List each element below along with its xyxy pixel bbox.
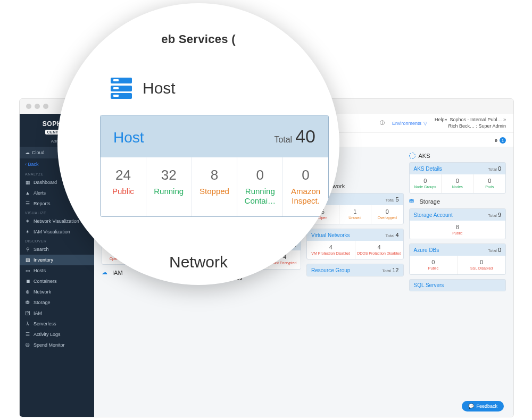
panel-header-aks: AKS xyxy=(409,153,506,159)
zoom-stat-val: 0 xyxy=(240,167,279,183)
stat-label: Nodes xyxy=(443,185,472,189)
host-icon xyxy=(111,78,132,99)
stat-val: 0 xyxy=(411,259,456,265)
card-total: 0 xyxy=(498,165,501,172)
panel-title: IAM xyxy=(112,270,123,276)
container-icon: ⏹ xyxy=(25,279,30,284)
nav-item-label: Inventory xyxy=(34,257,53,263)
iam-viz-icon: ✶ xyxy=(25,229,30,234)
nav-item-label: Network Visualization xyxy=(34,219,79,224)
nav-item-label: Storage xyxy=(34,300,51,305)
filter-icon: ▽ xyxy=(423,121,427,126)
card-aks-details[interactable]: AKS DetailsTotal0 0Node Groups 0Nodes 0P… xyxy=(409,162,506,193)
iam-icon: ☁ xyxy=(102,269,109,276)
tab-badge: 1 xyxy=(500,137,506,144)
feedback-label: Feedback xyxy=(476,404,497,409)
nav-section-discover: DISCOVER xyxy=(20,237,94,244)
card-total: 9 xyxy=(498,212,501,218)
nav-item-label: Hosts xyxy=(34,268,46,273)
card-title: SQL Servers xyxy=(414,282,444,288)
card-title: Virtual Networks xyxy=(311,232,350,238)
zoom-card-title: Host xyxy=(113,129,144,146)
nav-item-label: Reports xyxy=(34,201,51,206)
lambda-icon: λ xyxy=(25,321,30,326)
card-azure-dbs[interactable]: Azure DBsTotal0 0Public 0SSL Disabled xyxy=(409,243,506,274)
nav-search[interactable]: ⚲Search xyxy=(20,244,94,255)
stat-label: VM Protection Disabled xyxy=(308,251,354,256)
zoom-total-label: Total xyxy=(274,135,292,144)
zoom-stat-label: Running xyxy=(149,187,188,196)
nav-item-label: Network xyxy=(34,289,51,295)
stat-label: Public xyxy=(411,266,456,271)
nav-item-label: Alerts xyxy=(34,190,46,196)
nav-item-label: Serverless xyxy=(34,321,56,326)
stat-val: 0 xyxy=(411,178,440,184)
card-total: 4 xyxy=(395,232,398,238)
card-resource-group[interactable]: Resource GroupTotal12 xyxy=(306,264,404,276)
zoom-total-value: 40 xyxy=(295,126,315,146)
info-icon[interactable]: ⓘ xyxy=(380,120,385,127)
storage-icon: ⛃ xyxy=(25,300,30,305)
nav-iam-viz[interactable]: ✶IAM Visualization xyxy=(20,226,94,237)
nav-containers[interactable]: ⏹Containers xyxy=(20,276,94,287)
cloud-label: Cloud xyxy=(32,150,45,155)
nav-network[interactable]: ⊕Network xyxy=(20,287,94,297)
stat-label: Public xyxy=(411,231,505,236)
environments-dropdown[interactable]: Environments ▽ xyxy=(392,121,427,126)
nav-item-label: IAM Visualization xyxy=(34,229,70,234)
stat-val: 4 xyxy=(308,244,354,250)
stat-label: Node Groups xyxy=(411,185,440,189)
panel-storage-aks: AKS AKS DetailsTotal0 0Node Groups 0Node… xyxy=(409,153,506,411)
tab-suffix: e xyxy=(495,138,497,143)
panel-title: Storage xyxy=(420,198,440,205)
nav-activity-logs[interactable]: ☰Activity Logs xyxy=(20,329,94,340)
card-total: 0 xyxy=(498,247,501,253)
panel-title: AKS xyxy=(419,153,430,159)
org-label: Sophos - Internal Publ… » xyxy=(450,117,506,122)
cloud-icon: ☁ xyxy=(25,150,30,155)
logs-icon: ☰ xyxy=(25,332,30,337)
env-label: Environments xyxy=(392,121,421,126)
alert-icon: ▲ xyxy=(25,190,30,196)
zoom-host-card[interactable]: Host Total40 24Public 32Running 8Stopped… xyxy=(100,115,329,217)
card-title: Storage Account xyxy=(414,212,453,218)
storage-icon: ⛃ xyxy=(409,198,417,205)
nav-serverless[interactable]: λServerless xyxy=(20,318,94,329)
zoom-stat-label: Running Contai… xyxy=(240,187,279,206)
card-title: Azure DBs xyxy=(414,247,439,253)
feedback-button[interactable]: 💬 Feedback xyxy=(462,401,504,411)
nav-inventory[interactable]: ▤Inventory xyxy=(20,255,94,265)
tab-overview[interactable]: e 1 xyxy=(495,137,506,147)
zoom-header-text: eb Services ( xyxy=(161,32,236,46)
user-label: Rich Beck… : Super Admin xyxy=(435,123,506,130)
zoom-stat-label: Stopped xyxy=(195,187,234,196)
zoom-stat-val: 0 xyxy=(286,167,325,183)
nav-item-label: Activity Logs xyxy=(34,332,61,337)
card-total: 12 xyxy=(392,267,398,273)
nav-item-label: Containers xyxy=(34,279,57,284)
nav-storage[interactable]: ⛃Storage xyxy=(20,297,94,308)
stat-val: 4 xyxy=(356,244,402,250)
card-sql-servers[interactable]: SQL Servers xyxy=(409,279,506,291)
report-icon: ☰ xyxy=(25,201,30,206)
zoom-section-title: Host xyxy=(143,79,176,97)
stat-val: 8 xyxy=(411,224,505,230)
zoom-section-header: Host xyxy=(111,78,176,99)
zoom-stat-val: 24 xyxy=(104,167,143,183)
user-info[interactable]: Help» Sophos - Internal Publ… » Rich Bec… xyxy=(435,117,506,129)
host-icon: ▭ xyxy=(25,268,30,273)
card-virtual-networks[interactable]: Virtual NetworksTotal4 4VM Protection Di… xyxy=(306,229,404,259)
zoom-stat-label: Amazon Inspect. xyxy=(286,187,325,206)
nav-hosts[interactable]: ▭Hosts xyxy=(20,265,94,276)
stat-val: 0 xyxy=(475,178,505,184)
magnifier-overlay: eb Services ( Host Host Total40 24Public… xyxy=(57,3,339,285)
card-storage-account[interactable]: Storage AccountTotal9 8Public xyxy=(409,208,506,239)
stat-label: Pods xyxy=(475,185,505,189)
network-icon: ⊕ xyxy=(25,289,30,295)
stat-val: 0 xyxy=(459,259,504,265)
nav-iam[interactable]: ⚿IAM xyxy=(20,308,94,318)
window-dot-icon xyxy=(35,104,40,109)
zoom-stat-val: 8 xyxy=(195,167,234,183)
network-viz-icon: ✶ xyxy=(25,219,30,224)
nav-spend-monitor[interactable]: ⛁Spend Monitor xyxy=(20,340,94,350)
